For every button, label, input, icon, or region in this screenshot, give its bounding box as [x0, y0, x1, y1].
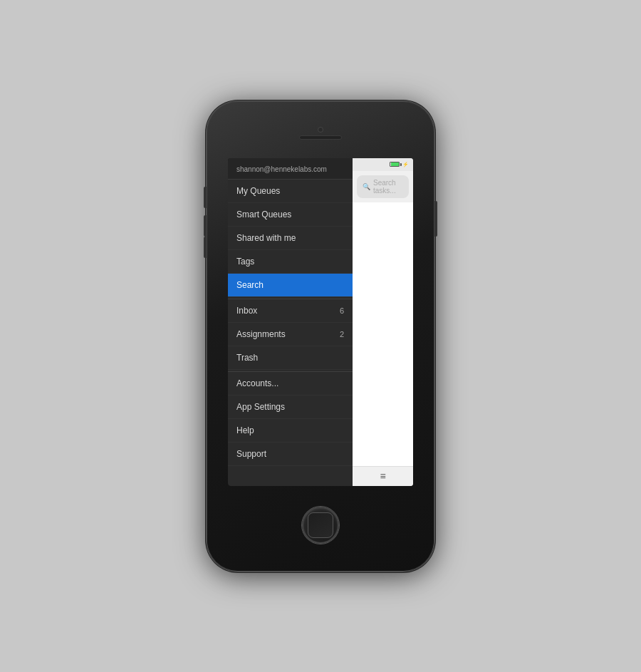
filter-icon[interactable]: ≡ — [380, 470, 385, 482]
home-button-inner — [308, 512, 333, 538]
lightning-icon: ⚡ — [402, 162, 409, 167]
sidebar-item-accounts[interactable]: Accounts... — [228, 371, 353, 396]
main-content-area — [353, 202, 413, 466]
sidebar-label-app-settings: App Settings — [236, 402, 285, 412]
sidebar-item-app-settings[interactable]: App Settings — [228, 396, 353, 419]
screen: shannon@hennekelabs.com My QueuesSmart Q… — [228, 158, 413, 486]
badge-inbox: 6 — [333, 306, 344, 315]
home-button[interactable] — [302, 507, 339, 544]
sidebar-label-smart-queues: Smart Queues — [236, 210, 291, 219]
battery-body — [390, 162, 400, 167]
sidebar-item-support[interactable]: Support — [228, 443, 353, 466]
sidebar-label-tags: Tags — [236, 257, 254, 267]
badge-assignments: 2 — [333, 330, 344, 338]
battery-tip — [400, 163, 402, 166]
sidebar-label-trash: Trash — [236, 353, 258, 363]
sidebar: shannon@hennekelabs.com My QueuesSmart Q… — [228, 158, 353, 486]
search-bar[interactable]: 🔍 Search tasks... — [357, 175, 409, 198]
speaker — [299, 135, 342, 140]
main-pane: ⚡ 🔍 Search tasks... ≡ — [353, 158, 413, 486]
phone-bottom — [207, 486, 434, 572]
sidebar-label-inbox: Inbox — [236, 306, 257, 316]
sidebar-label-shared-with-me: Shared with me — [236, 233, 296, 243]
sidebar-item-shared-with-me[interactable]: Shared with me — [228, 227, 353, 250]
sidebar-label-help: Help — [236, 425, 254, 435]
sidebar-item-my-queues[interactable]: My Queues — [228, 180, 353, 203]
sidebar-label-search: Search — [236, 280, 264, 290]
sidebar-item-smart-queues[interactable]: Smart Queues — [228, 203, 353, 227]
sidebar-item-search[interactable]: Search — [228, 274, 353, 297]
phone-top — [207, 101, 434, 158]
search-placeholder-text: Search tasks... — [373, 179, 403, 195]
screen-inner: shannon@hennekelabs.com My QueuesSmart Q… — [228, 158, 413, 486]
battery-fill — [391, 162, 399, 166]
sidebar-item-inbox[interactable]: Inbox6 — [228, 299, 353, 323]
phone-frame: shannon@hennekelabs.com My QueuesSmart Q… — [207, 101, 434, 572]
camera — [318, 127, 323, 133]
sidebar-label-assignments: Assignments — [236, 329, 286, 339]
sidebar-label-my-queues: My Queues — [236, 186, 280, 196]
main-toolbar: ≡ — [353, 466, 413, 486]
sidebar-item-help[interactable]: Help — [228, 419, 353, 443]
sidebar-item-tags[interactable]: Tags — [228, 250, 353, 274]
sidebar-item-assignments[interactable]: Assignments2 — [228, 323, 353, 346]
search-icon: 🔍 — [363, 183, 370, 190]
sidebar-label-support: Support — [236, 449, 266, 459]
status-bar: ⚡ — [353, 158, 413, 171]
sidebar-label-accounts: Accounts... — [236, 378, 278, 388]
sidebar-item-trash[interactable]: Trash — [228, 346, 353, 370]
battery-indicator: ⚡ — [390, 162, 409, 167]
user-email: shannon@hennekelabs.com — [228, 158, 353, 180]
